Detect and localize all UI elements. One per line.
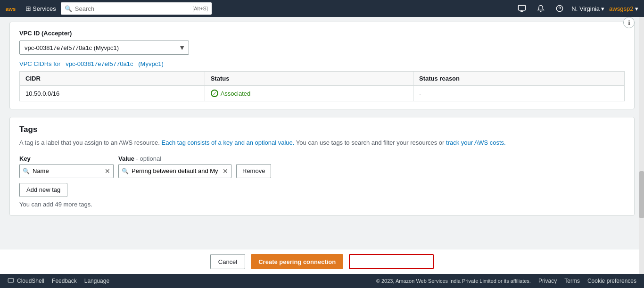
cidr-section-label: VPC CIDRs for vpc-003817e7ef5770a1c (Myv… <box>19 60 625 67</box>
status-reason-cell: - <box>413 86 625 101</box>
account-chevron-icon: ▾ <box>635 5 638 12</box>
tags-description: A tag is a label that you assign to an A… <box>19 138 625 148</box>
vpc-id-label: VPC ID (Accepter) <box>19 30 625 37</box>
status-associated: ✓ Associated <box>211 90 407 97</box>
key-field-group: Key 🔍 ✕ <box>19 155 114 178</box>
remove-tag-button[interactable]: Remove <box>236 164 271 178</box>
tags-desc-link2[interactable]: track your AWS costs. <box>446 139 506 146</box>
value-optional-text: - optional <box>136 155 161 162</box>
table-row: 10.50.0.0/16 ✓ Associated - <box>20 86 625 101</box>
action-bar: Cancel Create peering connection <box>0 249 644 274</box>
cidr-table: CIDR Status Status reason 10.50.0.0/16 ✓… <box>19 71 625 101</box>
page-scrollbar[interactable] <box>639 17 644 274</box>
search-icon: 🔍 <box>65 5 72 12</box>
aws-logo: aws <box>6 4 21 13</box>
key-clear-button[interactable]: ✕ <box>105 167 110 175</box>
tags-desc-part1: A tag is a label that you assign to an A… <box>19 139 160 146</box>
vpc-select-wrapper: vpc-003817e7ef5770a1c (Myvpc1) ▼ <box>19 41 189 55</box>
region-name: N. Virginia <box>571 5 600 12</box>
svg-text:aws: aws <box>6 6 16 12</box>
search-bar: 🔍 [Alt+S] <box>61 2 212 15</box>
status-reason-col-header: Status reason <box>413 72 625 86</box>
cancel-button[interactable]: Cancel <box>210 254 245 269</box>
key-input[interactable] <box>33 167 102 174</box>
tags-title: Tags <box>19 125 625 134</box>
region-chevron-icon: ▾ <box>601 5 604 12</box>
info-icon-corner[interactable]: ℹ <box>623 17 635 28</box>
value-input-wrapper: 🔍 ✕ <box>118 164 231 178</box>
tags-desc-link1[interactable]: Each tag consists of a key and an option… <box>162 139 295 146</box>
create-peering-button[interactable]: Create peering connection <box>251 254 343 269</box>
empty-red-button <box>349 254 434 269</box>
value-label: Value - optional <box>118 155 231 162</box>
tags-section: Tags A tag is a label that you assign to… <box>9 117 635 216</box>
status-check-icon: ✓ <box>211 90 218 97</box>
status-col-header: Status <box>205 72 413 86</box>
search-input[interactable] <box>75 5 190 12</box>
form-area: ℹ VPC ID (Accepter) vpc-003817e7ef5770a1… <box>0 17 644 249</box>
cidr-cell: 10.50.0.0/16 <box>20 86 205 101</box>
bell-icon-btn[interactable] <box>534 1 548 16</box>
account-menu[interactable]: awsgsp2 ▾ <box>609 5 638 12</box>
cidr-vpc-id-link[interactable]: vpc-003817e7ef5770a1c <box>66 60 133 67</box>
tags-more-info: You can add 49 more tags. <box>19 201 625 208</box>
value-search-icon: 🔍 <box>122 168 129 174</box>
status-text: Associated <box>221 90 251 97</box>
add-new-tag-button[interactable]: Add new tag <box>19 183 67 197</box>
status-cell: ✓ Associated <box>205 86 413 101</box>
vpc-id-select[interactable]: vpc-003817e7ef5770a1c (Myvpc1) <box>19 41 189 55</box>
services-label: Services <box>33 5 56 12</box>
tag-row: Key 🔍 ✕ Value - optional 🔍 <box>19 155 625 178</box>
region-selector[interactable]: N. Virginia ▾ <box>571 5 604 12</box>
key-input-wrapper: 🔍 ✕ <box>19 164 114 178</box>
main-content: ℹ VPC ID (Accepter) vpc-003817e7ef5770a1… <box>0 17 644 274</box>
services-menu-button[interactable]: ⊞ Services <box>25 5 56 12</box>
value-field-group: Value - optional 🔍 ✕ <box>118 155 231 178</box>
cloudshell-icon-btn[interactable] <box>515 1 529 16</box>
top-nav: aws ⊞ Services 🔍 [Alt+S] N. Virginia ▾ a… <box>0 0 644 17</box>
value-clear-button[interactable]: ✕ <box>223 167 228 175</box>
account-name: awsgsp2 <box>609 5 633 12</box>
help-icon-btn[interactable] <box>553 1 567 16</box>
search-shortcut: [Alt+S] <box>192 6 208 11</box>
scrollbar-thumb <box>639 171 644 218</box>
svg-rect-1 <box>519 5 526 10</box>
key-search-icon: 🔍 <box>23 168 30 174</box>
vpc-id-section: VPC ID (Accepter) vpc-003817e7ef5770a1c … <box>9 22 635 109</box>
cidr-vpc-name: (Myvpc1) <box>138 60 163 67</box>
value-input[interactable] <box>132 167 220 174</box>
cidr-col-header: CIDR <box>20 72 205 86</box>
value-label-text: Value <box>118 155 134 162</box>
key-label: Key <box>19 155 114 162</box>
tags-desc-part2: You can use tags to search and filter yo… <box>296 139 445 146</box>
